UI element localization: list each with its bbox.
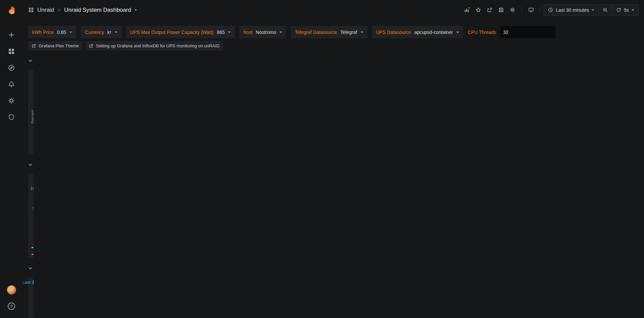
chevron-down-icon xyxy=(28,266,33,271)
shield-icon xyxy=(8,114,15,121)
dashboard-link-ups-guide[interactable]: Setting up Grafana and InfluxDB for UPS … xyxy=(86,41,223,50)
time-range-picker[interactable]: Last 30 minutes xyxy=(544,4,599,16)
variable-kwh-price[interactable]: kWh Price 0.65 xyxy=(28,26,76,38)
link-label: Grafana Plex Theme xyxy=(39,43,79,48)
chevron-down-icon xyxy=(228,32,231,33)
variable-label: Currency xyxy=(85,30,104,35)
variable-label: host xyxy=(243,30,252,35)
user-avatar[interactable] xyxy=(4,282,19,297)
chevron-down-icon xyxy=(134,9,137,11)
sidebar-admin-button[interactable] xyxy=(4,110,19,125)
bell-icon xyxy=(8,81,15,88)
variable-value[interactable]: Nostromo xyxy=(256,30,276,35)
legend-header: avg current xyxy=(32,236,34,242)
help-button[interactable]: ? xyxy=(4,299,19,314)
graph-legend: UPS Load Min: 17% Max: 32% Avg: 20% Watt… xyxy=(28,146,34,154)
chevron-down-icon xyxy=(279,32,282,33)
refresh-picker[interactable]: 5s xyxy=(612,4,639,16)
time-range-label: Last 30 minutes xyxy=(556,7,589,13)
y-axis-name-left: Percent xyxy=(30,82,34,146)
variable-currency[interactable]: Currency kr xyxy=(81,26,121,38)
kiosk-mode-button[interactable] xyxy=(525,5,537,15)
legend-row[interactable]: Core 2 19% 28% xyxy=(32,249,34,256)
dashboard-body: UPS Stats UPS Load % Last 12 hours Perce… xyxy=(23,50,34,318)
compass-icon xyxy=(8,64,15,71)
topbar: Unraid > Unraid System Dashboard xyxy=(23,0,644,20)
variable-value[interactable]: kr xyxy=(107,30,111,35)
template-variables-row: kWh Price 0.65 Currency kr UPS Max Outpu… xyxy=(23,20,644,38)
toolbar-divider xyxy=(540,7,540,13)
variable-host[interactable]: host Nostromo xyxy=(239,26,286,38)
breadcrumb-separator: > xyxy=(57,7,61,13)
y-axis-left: 6.0 MBs 4.0 MBs 2.0 MBs xyxy=(30,289,34,318)
main-area: Unraid > Unraid System Dashboard xyxy=(23,0,644,318)
share-dashboard-button[interactable] xyxy=(484,5,495,15)
variable-ups-datasource[interactable]: UPS Datasource apcupsd-container xyxy=(372,26,463,38)
sidebar-create-button[interactable] xyxy=(4,28,19,42)
plus-icon xyxy=(8,32,15,38)
grafana-logo[interactable] xyxy=(4,3,19,19)
variable-label: UPS Max Output Power Capacity (Watt) xyxy=(130,30,214,35)
sidebar-bottom: ? xyxy=(4,282,19,318)
variable-value[interactable]: 865 xyxy=(217,30,225,35)
question-mark-icon: ? xyxy=(8,303,15,310)
variable-telegraf-datasource[interactable]: Telegraf Datasource Telegraf xyxy=(291,26,367,38)
refresh-icon xyxy=(616,7,621,12)
grafana-flame-icon xyxy=(6,5,17,16)
star-icon xyxy=(475,7,481,13)
clock-icon xyxy=(548,7,553,12)
variable-label: kWh Price xyxy=(32,30,54,35)
gear-icon xyxy=(510,7,515,13)
toolbar-divider xyxy=(521,7,522,13)
chevron-down-icon xyxy=(456,32,459,33)
sidebar-alerting-button[interactable] xyxy=(4,77,19,92)
save-icon xyxy=(498,7,504,13)
save-dashboard-button[interactable] xyxy=(495,5,507,15)
topbar-actions: Last 30 minutes 5s xyxy=(461,4,639,16)
sidebar-configuration-button[interactable] xyxy=(4,93,19,108)
legend-row[interactable]: Core 7 21% 37% xyxy=(32,242,34,249)
zoom-out-button[interactable] xyxy=(599,4,612,16)
variable-value[interactable]: 0.65 xyxy=(57,30,66,35)
chevron-down-icon xyxy=(28,58,33,64)
dashboard-link-plex-theme[interactable]: Grafana Plex Theme xyxy=(28,41,82,50)
share-icon xyxy=(487,7,493,13)
grafana-app: ? Unraid > Unraid System Dashboard xyxy=(0,0,644,318)
chevron-down-icon xyxy=(592,9,594,11)
variable-ups-max-output[interactable]: UPS Max Output Power Capacity (Watt) 865 xyxy=(126,26,235,38)
dashboard-title[interactable]: Unraid System Dashboard xyxy=(64,7,131,13)
add-panel-icon xyxy=(464,7,470,13)
variable-label: UPS Datasource xyxy=(376,30,411,35)
dashboard-grid-icon xyxy=(28,7,34,13)
external-link-icon xyxy=(32,44,36,48)
search-minus-icon xyxy=(603,7,608,12)
chevron-down-icon xyxy=(70,32,72,33)
star-dashboard-button[interactable] xyxy=(472,5,484,15)
dashboard-links-row: Grafana Plex Theme Setting up Grafana an… xyxy=(23,38,644,50)
variable-cpu-threads: CPU Threads xyxy=(468,26,556,38)
time-override-label: Last 30 minutes xyxy=(23,277,34,287)
avatar-image-icon xyxy=(7,285,16,294)
sidebar-dashboards-button[interactable] xyxy=(4,44,19,59)
variable-value[interactable]: apcupsd-container xyxy=(414,30,453,35)
link-label: Setting up Grafana and InfluxDB for UPS … xyxy=(96,43,220,48)
dashboard-settings-button[interactable] xyxy=(507,5,518,15)
cpu-threads-input[interactable] xyxy=(500,26,556,38)
gear-icon xyxy=(8,97,15,104)
panel-ups-load: UPS Load % Last 12 hours Percent 35%30%2… xyxy=(28,70,34,154)
variable-value[interactable]: Telegraf xyxy=(340,30,357,35)
breadcrumb-folder[interactable]: Unraid xyxy=(37,7,54,13)
graph-legend: avg current Core 7 21% 37% Core 2 xyxy=(28,236,34,258)
series-color-dash xyxy=(32,254,34,255)
chevron-down-icon xyxy=(28,163,33,168)
panel-cpu-1: CPU 1 Last 30 minutes 100%50%0% xyxy=(28,174,34,258)
chevron-down-icon xyxy=(115,32,118,33)
breadcrumb[interactable]: Unraid > Unraid System Dashboard xyxy=(28,7,137,13)
add-panel-button[interactable] xyxy=(461,5,472,15)
sidebar-explore-button[interactable] xyxy=(4,60,19,75)
external-link-icon xyxy=(89,44,93,48)
chevron-down-icon xyxy=(361,32,363,33)
y-axis-left: 100%50%0% xyxy=(30,186,34,236)
graph-area: Percent 35%30%25%20%15% 10:0012:0014:001… xyxy=(28,80,34,146)
variable-label: CPU Threads xyxy=(468,30,497,35)
